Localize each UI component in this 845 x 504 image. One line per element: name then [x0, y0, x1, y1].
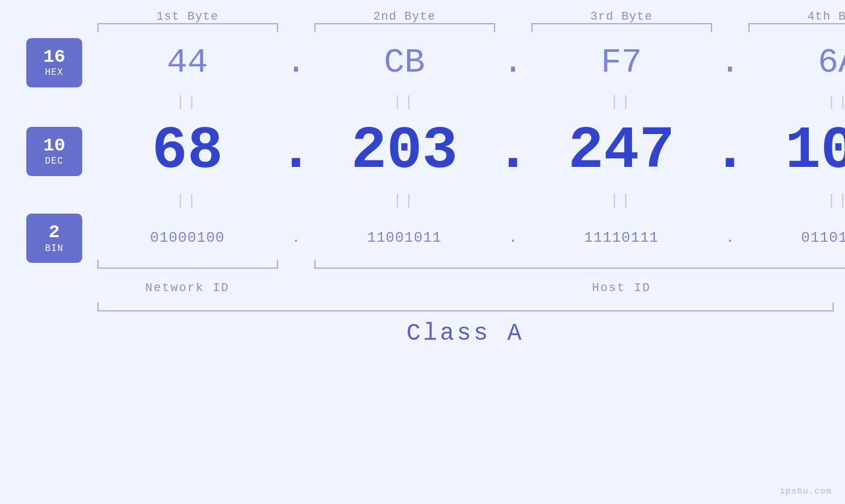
- watermark: ipshu.com: [780, 486, 832, 496]
- bracket-top-1: [97, 23, 278, 36]
- byte1-header: 1st Byte: [97, 10, 278, 23]
- network-id-label: Network ID: [97, 281, 278, 294]
- dot-bin-3: .: [712, 230, 748, 246]
- byte2-header: 2nd Byte: [314, 10, 495, 23]
- bracket-top-4: [748, 23, 846, 36]
- eq1-4: ||: [748, 94, 846, 110]
- bin-value-1: 01000100: [97, 230, 278, 246]
- dec-value-3: 247: [531, 122, 712, 181]
- bin-value-2: 11001011: [314, 230, 495, 246]
- eq1-3: ||: [531, 94, 712, 110]
- hex-badge: 16 HEX: [26, 38, 82, 87]
- dot-dec-2: .: [495, 122, 531, 181]
- dec-badge-label: DEC: [45, 156, 63, 166]
- bin-row: 2 BIN 01000100 . 11001011 . 11110111 . 0…: [12, 214, 834, 260]
- dot-hex-2: .: [495, 43, 531, 82]
- dec-value-4: 106: [748, 122, 846, 181]
- class-bracket-row: [12, 302, 834, 315]
- hex-badge-number: 16: [43, 47, 66, 68]
- bracket-top-2: [314, 23, 495, 36]
- hex-value-3: F7: [531, 43, 712, 82]
- bin-badge-label: BIN: [45, 243, 63, 254]
- byte-headers: 1st Byte 2nd Byte 3rd Byte 4th Byte: [12, 0, 834, 23]
- hex-badge-label: HEX: [45, 67, 63, 78]
- dec-value-2: 203: [314, 122, 495, 181]
- dot-hex-3: .: [712, 43, 748, 82]
- bin-value-3: 11110111: [531, 230, 712, 246]
- dot-dec-3: .: [712, 122, 748, 181]
- hex-value-2: CB: [314, 43, 495, 82]
- class-bracket: [97, 302, 834, 315]
- bin-badge: 2 BIN: [26, 214, 82, 263]
- dec-value-1: 68: [97, 122, 278, 181]
- equals-row-1: || || || ||: [12, 89, 834, 115]
- id-label-row: Network ID Host ID: [12, 273, 834, 302]
- dot-bin-1: .: [278, 230, 314, 246]
- byte4-header: 4th Byte: [748, 10, 846, 23]
- eq2-3: ||: [531, 193, 712, 209]
- bracket-bottom-net: [97, 260, 278, 273]
- dec-row: 10 DEC 68 . 203 . 247 . 106: [12, 115, 834, 187]
- hex-row: 16 HEX 44 . CB . F7 . 6A: [12, 36, 834, 89]
- dec-badge: 10 DEC: [26, 127, 82, 176]
- eq2-4: ||: [748, 193, 846, 209]
- eq2-2: ||: [314, 193, 495, 209]
- hex-value-4: 6A: [748, 43, 846, 82]
- eq2-1: ||: [97, 193, 278, 209]
- bin-value-4: 01101010: [748, 230, 846, 246]
- dec-badge-number: 10: [43, 136, 66, 156]
- dot-bin-2: .: [495, 230, 531, 246]
- main-container: 1st Byte 2nd Byte 3rd Byte 4th Byte 16 H…: [0, 0, 845, 504]
- eq1-1: ||: [97, 94, 278, 110]
- bottom-brackets: [12, 260, 834, 273]
- class-label-row: Class A: [12, 315, 834, 352]
- bracket-top-3: [531, 23, 712, 36]
- eq1-2: ||: [314, 94, 495, 110]
- bin-badge-number: 2: [49, 223, 60, 243]
- dot-hex-1: .: [278, 43, 314, 82]
- bracket-bottom-host: [314, 260, 846, 273]
- class-a-label: Class A: [97, 320, 834, 347]
- byte3-header: 3rd Byte: [531, 10, 712, 23]
- top-brackets: [12, 23, 834, 36]
- hex-value-1: 44: [97, 43, 278, 82]
- host-id-label: Host ID: [314, 281, 846, 294]
- dot-dec-1: .: [278, 122, 314, 181]
- equals-row-2: || || || ||: [12, 187, 834, 214]
